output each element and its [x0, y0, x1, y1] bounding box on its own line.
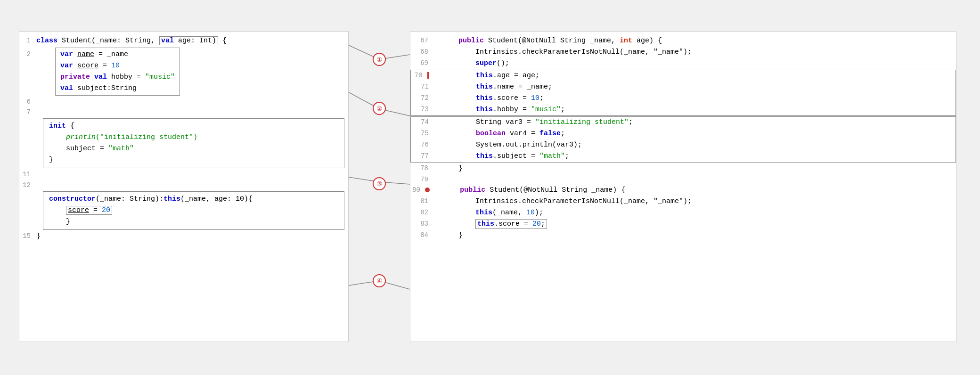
connector-area: ① ② ③ ④ [349, 31, 410, 344]
left-line-12: 12 [19, 180, 348, 190]
right-num-74: 74 [413, 117, 433, 127]
left-code-13: score = 20 [49, 205, 338, 216]
right-line-75: 75 boolean var4 = false; [411, 128, 956, 139]
highlight-box-init-right: 74 String var3 = "initializing student";… [410, 116, 956, 163]
left-line-9-inner: subject = "math" [47, 143, 340, 155]
left-line-11: 11 [19, 169, 348, 179]
right-num-80: 80 [412, 185, 433, 195]
left-line-2: 2 var name = _name var score = 10 privat… [19, 47, 348, 97]
left-line-8-inner: println("initializing student") [47, 132, 340, 143]
left-code-1: class Student(_name: String, val age: In… [36, 35, 346, 47]
right-code-81: Intrinsics.checkParameterIsNotNull(_name… [440, 196, 954, 207]
right-line-83: 83 this.score = 20; [410, 219, 956, 230]
right-code-82: this(_name, 10); [440, 207, 954, 219]
right-num-68: 68 [412, 47, 432, 57]
right-num-83: 83 [412, 219, 432, 229]
left-code-14: } [49, 216, 338, 228]
right-code-83: this.score = 20; [440, 219, 954, 230]
right-line-81: 81 Intrinsics.checkParameterIsNotNull(_n… [410, 196, 956, 207]
right-code-84: } [440, 230, 954, 241]
right-code-67: public Student(@NotNull String _name, in… [440, 35, 954, 47]
right-line-70: 70 this.age = age; [411, 70, 956, 82]
right-line-76: 76 System.out.println(var3); [411, 139, 956, 151]
right-code-77: this.subject = "math"; [440, 151, 954, 162]
right-num-70: 70 [413, 70, 433, 81]
right-num-81: 81 [412, 196, 432, 206]
right-num-72: 72 [413, 93, 433, 103]
left-code-4: private val hobby = "music" [60, 72, 175, 83]
highlight-box-fields: var name = _name var score = 10 private … [55, 48, 180, 96]
right-num-75: 75 [413, 128, 433, 139]
left-line-12-inner: constructor(_name: String):this(_name, a… [47, 194, 340, 205]
right-code-70: this.age = age; [440, 70, 954, 82]
line-num-15: 15 [21, 231, 36, 241]
right-num-67: 67 [412, 35, 432, 46]
left-code-15: } [36, 231, 346, 242]
left-code-8: println("initializing student") [49, 132, 338, 143]
right-code-74: String var3 = "initializing student"; [440, 117, 954, 128]
right-num-69: 69 [412, 58, 432, 68]
right-line-77: 77 this.subject = "math"; [411, 151, 956, 162]
left-line-3-inner: var score = 10 [58, 60, 177, 72]
right-line-73: 73 this.hobby = "music"; [411, 104, 956, 115]
line-num-7: 7 [21, 107, 36, 117]
left-panel: 1 class Student(_name: String, val age: … [19, 31, 349, 342]
right-code-76: System.out.println(var3); [440, 139, 954, 151]
line-num-2: 2 [21, 49, 36, 59]
left-line-5-inner: val subject:String [58, 83, 177, 94]
left-code-10: } [49, 155, 338, 166]
left-line-7-inner: init { [47, 121, 340, 132]
right-num-73: 73 [413, 104, 433, 114]
left-code-3: var score = 10 [60, 60, 175, 72]
left-code-2: var name = _name [60, 49, 175, 60]
right-num-84: 84 [412, 230, 432, 240]
right-line-69: 69 super(); [410, 58, 956, 69]
highlight-box-init: init { println("initializing student") s… [43, 118, 344, 168]
highlight-box-constructor: constructor(_name: String):this(_name, a… [43, 191, 344, 230]
left-line-4-inner: private val hobby = "music" [58, 72, 177, 83]
right-line-82: 82 this(_name, 10); [410, 207, 956, 219]
left-line-10-inner: } [47, 155, 340, 166]
left-line-14-inner: } [47, 216, 340, 228]
left-line-7: 7 [19, 107, 348, 117]
circle-1: ① [373, 53, 386, 66]
line-num-11: 11 [21, 169, 36, 179]
right-code-73: this.hobby = "music"; [440, 104, 954, 115]
right-line-78: 78 } [410, 163, 956, 174]
circle-4: ④ [373, 274, 386, 287]
right-num-78: 78 [412, 163, 432, 173]
right-line-67: 67 public Student(@NotNull String _name,… [410, 35, 956, 47]
right-num-79: 79 [412, 174, 432, 185]
right-code-69: super(); [440, 58, 954, 69]
left-line-13-inner: score = 20 [47, 205, 340, 216]
right-code-68: Intrinsics.checkParameterIsNotNull(_name… [440, 47, 954, 58]
left-line-15: 15 } [19, 231, 348, 242]
circle-3: ③ [373, 177, 386, 190]
right-num-71: 71 [413, 82, 433, 92]
right-num-77: 77 [413, 151, 433, 161]
left-line-2-inner: var name = _name [58, 49, 177, 60]
highlight-box-this-fields: 70 this.age = age; 71 this.name = _name;… [410, 70, 956, 116]
right-line-71: 71 this.name = _name; [411, 82, 956, 93]
right-line-68: 68 Intrinsics.checkParameterIsNotNull(_n… [410, 47, 956, 58]
right-code-72: this.score = 10; [440, 93, 954, 104]
right-line-72: 72 this.score = 10; [411, 93, 956, 104]
right-code-80: public Student(@NotNull String _name) { [441, 185, 954, 196]
right-line-74: 74 String var3 = "initializing student"; [411, 117, 956, 128]
left-code-12b: constructor(_name: String):this(_name, a… [49, 194, 338, 205]
line-num-6: 6 [21, 97, 36, 107]
left-line-6: 6 [19, 97, 348, 107]
right-line-80: 80 public Student(@NotNull String _name)… [410, 185, 956, 196]
line-num-1: 1 [21, 35, 36, 46]
left-line-1: 1 class Student(_name: String, val age: … [19, 35, 348, 47]
right-code-78: } [440, 163, 954, 174]
circle-2: ② [373, 102, 386, 115]
right-code-71: this.name = _name; [440, 82, 954, 93]
right-num-82: 82 [412, 207, 432, 218]
right-panel: 67 public Student(@NotNull String _name,… [410, 31, 956, 342]
left-code-7b: init { [49, 121, 338, 132]
right-line-84: 84 } [410, 230, 956, 241]
right-num-76: 76 [413, 139, 433, 150]
right-code-75: boolean var4 = false; [440, 128, 954, 139]
left-code-5: val subject:String [60, 83, 175, 94]
